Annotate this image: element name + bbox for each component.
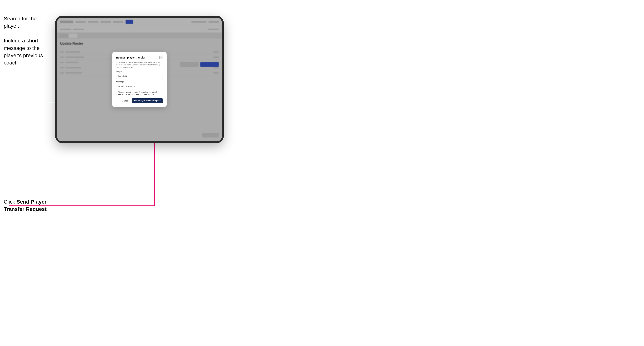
message-instruction: Include a short message to the player's …	[4, 37, 52, 66]
transfer-request-modal: Request player transfer × If the player …	[112, 52, 166, 107]
annotation-bottom: Click Send Player Transfer Request	[4, 198, 56, 213]
modal-footer: Cancel Send Player Transfer Request	[116, 98, 163, 103]
modal-close-button[interactable]: ×	[160, 56, 163, 59]
click-instruction-prefix: Click	[4, 199, 16, 205]
modal-overlay: Request player transfer × If the player …	[57, 18, 222, 141]
modal-description: If the player is transferring from anoth…	[116, 61, 163, 69]
modal-header: Request player transfer ×	[116, 56, 163, 59]
player-input[interactable]	[116, 74, 163, 79]
send-transfer-request-button[interactable]: Send Player Transfer Request	[132, 98, 163, 103]
cancel-button[interactable]: Cancel	[120, 99, 130, 103]
modal-title: Request player transfer	[116, 56, 145, 59]
message-textarea[interactable]: Hi Coach McHarg, Please accept this tran…	[116, 84, 163, 95]
annotation-top: Search for the player. Include a short m…	[4, 15, 52, 74]
search-instruction: Search for the player.	[4, 15, 52, 29]
tablet-device: Update Roster	[55, 16, 224, 143]
message-label: Message	[116, 81, 163, 83]
tablet-screen: Update Roster	[57, 18, 222, 141]
player-label: Player	[116, 71, 163, 73]
